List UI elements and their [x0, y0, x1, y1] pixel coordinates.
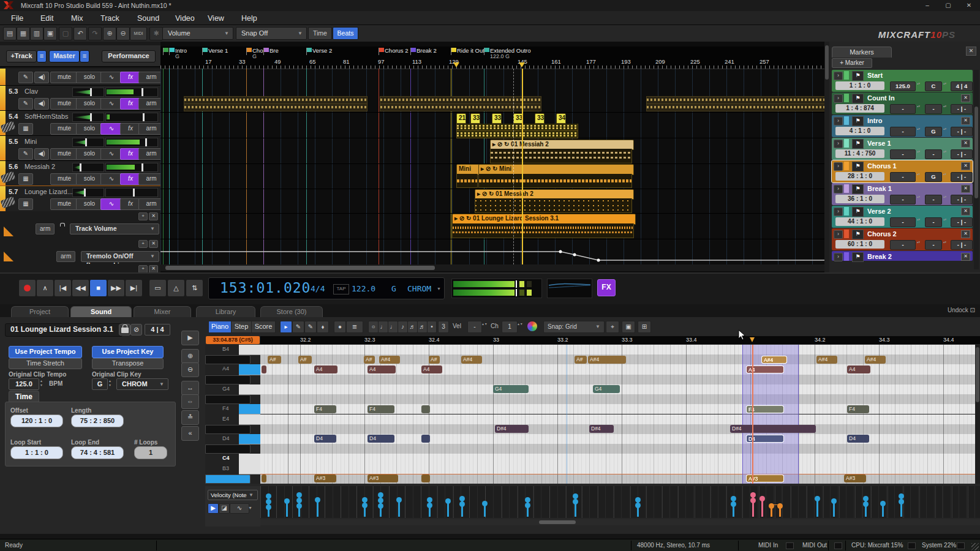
- expand-marker-icon[interactable]: ›: [834, 185, 843, 193]
- velocity-dot[interactable]: [899, 493, 904, 499]
- marker-flag-icon[interactable]: [163, 48, 168, 52]
- velocity-dot[interactable]: [482, 501, 488, 506]
- key-white[interactable]: [239, 434, 260, 444]
- volume-slider[interactable]: [72, 113, 104, 122]
- velocity-dot[interactable]: [378, 492, 383, 498]
- marker-tempo-field[interactable]: -: [890, 104, 916, 114]
- midi-note[interactable]: [421, 405, 430, 413]
- note-duration-button[interactable]: ♪: [398, 321, 408, 333]
- beats-mode-button[interactable]: Beats: [333, 27, 358, 40]
- midi-note-as3[interactable]: A#3: [314, 474, 336, 482]
- master-track-button[interactable]: Master: [49, 50, 80, 62]
- velocity-dot[interactable]: [284, 498, 290, 504]
- marker-signature-field[interactable]: - | -: [951, 104, 973, 114]
- marker-name[interactable]: Verse 2: [867, 208, 891, 215]
- marker-color-swatch[interactable]: [844, 116, 849, 125]
- marker-row-verse-2[interactable]: ›⚑Verse 2✕44 : 1 : 0-▴▾-▴▾- | -: [832, 206, 973, 228]
- marker-tempo-field[interactable]: -: [890, 240, 916, 250]
- slider-handle[interactable]: [85, 138, 87, 146]
- delete-marker-icon[interactable]: ✕: [961, 140, 970, 148]
- marker-color-swatch[interactable]: [844, 184, 849, 193]
- track-row-5.3[interactable]: 5.3Clav✎◀)mutesolo∿fxarm⌄: [0, 86, 160, 111]
- snap-dropdown[interactable]: Snap Off▼: [236, 27, 307, 40]
- track-name[interactable]: SoftHornStabs: [24, 113, 69, 120]
- close-lane-icon[interactable]: ✕: [149, 240, 158, 248]
- velocity-stem[interactable]: [575, 496, 576, 517]
- velocity-dot[interactable]: [731, 501, 736, 507]
- import-icon[interactable]: ▥: [30, 27, 43, 40]
- fit-horizontal-icon[interactable]: ↔: [181, 381, 199, 395]
- midi-note-f4[interactable]: F4: [314, 405, 336, 413]
- curve-tool-icon[interactable]: ∿: [230, 503, 249, 514]
- marker-row-chorus-1[interactable]: ›⚑Chorus 1✕28 : 1 : 0-▴▾G▴▾- | -: [832, 160, 973, 182]
- key-white[interactable]: [239, 345, 260, 355]
- piano-key-a4[interactable]: A4: [205, 364, 260, 374]
- use-project-key-button[interactable]: Use Project Key: [92, 346, 164, 358]
- mute-button[interactable]: mute: [50, 72, 78, 83]
- open-file-icon[interactable]: ▦: [17, 27, 30, 40]
- piano-key-f#4[interactable]: F#4: [205, 394, 260, 404]
- fx-button[interactable]: fx: [120, 148, 141, 160]
- timeline-area[interactable]: 1733496581971131291451611771932092252412…: [160, 42, 824, 272]
- mute-button[interactable]: mute: [50, 98, 78, 110]
- midi-note-d4[interactable]: D4: [847, 435, 869, 443]
- velocity-dot[interactable]: [266, 504, 271, 510]
- spinner-icon[interactable]: ▴▾: [40, 379, 42, 388]
- wave-button[interactable]: ∿: [100, 148, 123, 160]
- redo-icon[interactable]: ↷: [88, 27, 102, 40]
- midi-note-g4[interactable]: G4: [593, 385, 620, 393]
- spinner-icon[interactable]: ▴▾: [943, 172, 947, 181]
- velocity-dot[interactable]: [899, 499, 904, 504]
- velocity-dot[interactable]: [635, 497, 641, 503]
- volume-slider[interactable]: [72, 188, 104, 197]
- marker-signature-field[interactable]: - | -: [951, 217, 973, 227]
- timeline-ruler[interactable]: 1733496581971131291451611771932092252412…: [160, 47, 824, 69]
- marker-name[interactable]: Verse 1: [867, 140, 891, 147]
- track-meter[interactable]: [105, 88, 158, 97]
- expand-marker-icon[interactable]: ›: [834, 117, 843, 126]
- midi-note-as4[interactable]: A#4: [816, 356, 837, 364]
- track-name[interactable]: Messiah 2: [24, 163, 55, 170]
- midi-note-as3[interactable]: A#3: [368, 474, 398, 482]
- velocity-dot[interactable]: [266, 493, 271, 499]
- marker-color-swatch[interactable]: [844, 94, 849, 102]
- velocity-stem[interactable]: [398, 500, 400, 517]
- timeline-vscrollbar[interactable]: [824, 42, 829, 272]
- clip-body[interactable]: [490, 149, 632, 163]
- delete-marker-icon[interactable]: ✕: [961, 253, 970, 261]
- play-clip-button[interactable]: ▶: [181, 331, 199, 345]
- orig-scale-dropdown[interactable]: CHROM▼: [116, 378, 168, 390]
- velocity-dot[interactable]: [863, 501, 869, 507]
- marker-color-swatch[interactable]: [844, 139, 849, 148]
- marker-name[interactable]: Break 1: [867, 185, 892, 192]
- clip-clav-waveform[interactable]: [456, 131, 578, 138]
- velocity-dot[interactable]: [880, 501, 886, 506]
- length-field[interactable]: 75 : 2 : 850: [71, 414, 124, 427]
- playhead-caret-icon[interactable]: [453, 62, 459, 67]
- wave-button[interactable]: ∿: [100, 72, 123, 83]
- marker-name[interactable]: Start: [867, 72, 883, 79]
- velocity-stem[interactable]: [816, 498, 818, 517]
- key-white[interactable]: [239, 404, 260, 414]
- piano-key-g4[interactable]: G4: [205, 384, 260, 394]
- spinner-icon[interactable]: ▴▾: [916, 127, 921, 135]
- spinner-icon[interactable]: ▴▾: [916, 217, 921, 226]
- timeline-grid[interactable]: 213333333334▸ ⊘ ↻ 01 Messiah 2Mini▸ ⊘ ↻ …: [160, 69, 824, 264]
- clip-clav[interactable]: 33: [470, 113, 480, 124]
- tempo-readout[interactable]: 122.0: [352, 284, 375, 293]
- orig-tempo-field[interactable]: 125.0: [9, 378, 39, 390]
- arm-button[interactable]: arm: [36, 223, 55, 234]
- marker-signature-field[interactable]: 4 | 4: [951, 81, 973, 91]
- midi-note-as[interactable]: A#: [268, 356, 281, 364]
- key-black[interactable]: [205, 474, 251, 484]
- fx-button[interactable]: fx: [120, 123, 141, 135]
- piano-key-g#4[interactable]: G#4: [205, 375, 260, 384]
- piano-key-e4[interactable]: E4: [205, 414, 260, 424]
- tab-library[interactable]: Library: [196, 306, 255, 317]
- velocity-dot[interactable]: [378, 498, 383, 503]
- velocity-stem[interactable]: [527, 500, 529, 517]
- menu-sound[interactable]: Sound: [134, 13, 163, 24]
- marker-color-swatch[interactable]: [844, 252, 849, 261]
- cursor-tool-icon[interactable]: ⌖: [606, 321, 619, 333]
- loop-start-field[interactable]: 1 : 1 : 0: [10, 446, 63, 459]
